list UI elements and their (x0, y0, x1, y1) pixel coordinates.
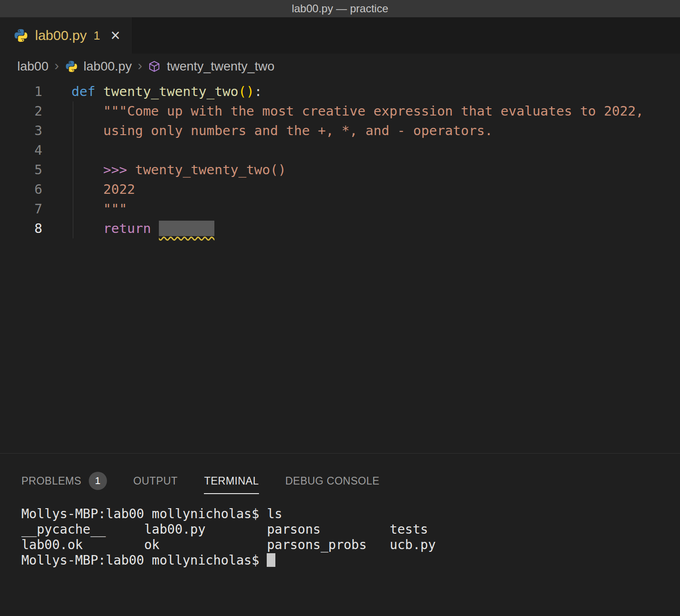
problems-count-badge: 1 (89, 472, 107, 490)
code-line: 8 return (0, 219, 680, 238)
line-number: 8 (0, 219, 42, 238)
tab-debug-console[interactable]: DEBUG CONSOLE (285, 475, 380, 487)
code-token: : (254, 84, 262, 99)
tab-lab00py[interactable]: lab00.py 1 × (0, 17, 132, 54)
code-editor[interactable]: 1def twenty_twenty_two():2 """Come up wi… (0, 79, 680, 453)
chevron-right-icon: › (55, 58, 59, 73)
indent-guide (73, 101, 73, 238)
terminal-line: __pycache__ lab00.py parsons tests (21, 522, 680, 537)
tab-output[interactable]: OUTPUT (133, 475, 178, 487)
tab-problems-badge: 1 (93, 29, 100, 43)
line-number: 5 (0, 160, 42, 180)
terminal-output[interactable]: Mollys-MBP:lab00 mollynicholas$ ls__pyca… (0, 496, 680, 568)
breadcrumb-file[interactable]: lab00.py (84, 59, 132, 74)
code-token: """ (71, 201, 127, 217)
code-line: 6 2022 (0, 180, 680, 199)
code-line-content: """ (42, 199, 127, 219)
line-number: 1 (0, 82, 42, 101)
code-token (71, 162, 103, 177)
terminal-line: Mollys-MBP:lab00 mollynicholas$ ls (21, 506, 680, 522)
line-number: 4 (0, 141, 42, 160)
code-token: twenty_twenty_two (103, 84, 239, 99)
code-token (71, 221, 103, 236)
code-line: 3 using only numbers and the +, *, and -… (0, 121, 680, 141)
code-token: using only numbers and the +, *, and - o… (71, 123, 492, 138)
tab-problems[interactable]: PROBLEMS 1 (21, 472, 107, 490)
terminal-cursor (267, 553, 275, 567)
warning-squiggle-placeholder (159, 221, 214, 236)
breadcrumb: lab00 › lab00.py › twenty_twenty_two (0, 54, 680, 79)
code-line: 4 (0, 141, 680, 160)
terminal-line: lab00.ok ok parsons_probs ucb.py (21, 537, 680, 553)
line-number: 2 (0, 101, 42, 121)
code-line-content: """Come up with the most creative expres… (42, 101, 644, 121)
bottom-panel: PROBLEMS 1 OUTPUT TERMINAL DEBUG CONSOLE… (0, 453, 680, 616)
tab-filename: lab00.py (35, 28, 86, 43)
code-line-content (42, 141, 71, 160)
code-token: def (71, 84, 103, 99)
editor-tab-bar: lab00.py 1 × (0, 17, 680, 54)
line-number: 6 (0, 180, 42, 199)
close-icon[interactable]: × (111, 27, 120, 44)
chevron-right-icon: › (137, 58, 142, 73)
window-titlebar: lab00.py — practice (0, 0, 680, 17)
code-line: 2 """Come up with the most creative expr… (0, 101, 680, 121)
line-number: 7 (0, 199, 42, 219)
panel-tab-bar: PROBLEMS 1 OUTPUT TERMINAL DEBUG CONSOLE (0, 454, 680, 496)
code-line-content: 2022 (42, 180, 135, 199)
code-line: 7 """ (0, 199, 680, 219)
window-title: lab00.py — practice (292, 2, 388, 15)
code-line-content: >>> twenty_twenty_two() (42, 160, 286, 180)
python-file-icon (14, 28, 28, 43)
code-token: () (239, 84, 254, 99)
code-line-content: return (42, 219, 214, 238)
code-lines: 1def twenty_twenty_two():2 """Come up wi… (0, 82, 680, 238)
python-file-icon (65, 60, 78, 73)
code-line-content: using only numbers and the +, *, and - o… (42, 121, 492, 141)
terminal-lines: Mollys-MBP:lab00 mollynicholas$ ls__pyca… (21, 506, 680, 568)
code-token: twenty_twenty_two() (135, 162, 286, 177)
code-line: 1def twenty_twenty_two(): (0, 82, 680, 101)
code-line-content: def twenty_twenty_two(): (42, 82, 262, 101)
breadcrumb-symbol[interactable]: twenty_twenty_two (167, 59, 274, 74)
code-line: 5 >>> twenty_twenty_two() (0, 160, 680, 180)
tab-debug-console-label: DEBUG CONSOLE (285, 475, 380, 487)
code-token: 2022 (71, 182, 135, 197)
tab-output-label: OUTPUT (133, 475, 178, 487)
terminal-line: Mollys-MBP:lab00 mollynicholas$ (21, 553, 680, 568)
tab-problems-label: PROBLEMS (21, 475, 81, 487)
code-token: >>> (103, 162, 135, 177)
tab-terminal-label: TERMINAL (204, 475, 259, 494)
breadcrumb-folder[interactable]: lab00 (17, 59, 49, 74)
code-token: return (103, 221, 159, 236)
tab-terminal[interactable]: TERMINAL (204, 475, 259, 487)
symbol-cube-icon (148, 60, 161, 73)
code-token: """Come up with the most creative expres… (71, 103, 644, 119)
line-number: 3 (0, 121, 42, 141)
